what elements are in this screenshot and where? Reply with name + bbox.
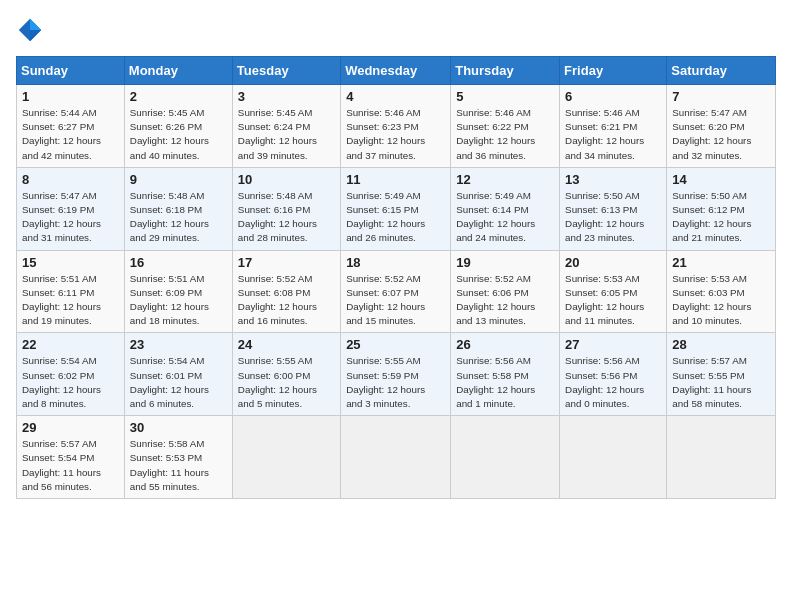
day-detail: Sunrise: 5:48 AM Sunset: 6:18 PM Dayligh… (130, 189, 227, 246)
calendar-cell: 26Sunrise: 5:56 AM Sunset: 5:58 PM Dayli… (451, 333, 560, 416)
calendar-cell: 28Sunrise: 5:57 AM Sunset: 5:55 PM Dayli… (667, 333, 776, 416)
calendar-cell (560, 416, 667, 499)
calendar-cell: 30Sunrise: 5:58 AM Sunset: 5:53 PM Dayli… (124, 416, 232, 499)
calendar-cell: 16Sunrise: 5:51 AM Sunset: 6:09 PM Dayli… (124, 250, 232, 333)
weekday-header: Sunday (17, 57, 125, 85)
day-number: 26 (456, 337, 554, 352)
calendar-cell (451, 416, 560, 499)
calendar-cell: 8Sunrise: 5:47 AM Sunset: 6:19 PM Daylig… (17, 167, 125, 250)
calendar-cell: 25Sunrise: 5:55 AM Sunset: 5:59 PM Dayli… (341, 333, 451, 416)
weekday-header: Wednesday (341, 57, 451, 85)
calendar-cell: 12Sunrise: 5:49 AM Sunset: 6:14 PM Dayli… (451, 167, 560, 250)
day-detail: Sunrise: 5:55 AM Sunset: 6:00 PM Dayligh… (238, 354, 335, 411)
calendar-cell: 6Sunrise: 5:46 AM Sunset: 6:21 PM Daylig… (560, 85, 667, 168)
calendar-week-row: 15Sunrise: 5:51 AM Sunset: 6:11 PM Dayli… (17, 250, 776, 333)
calendar-week-row: 8Sunrise: 5:47 AM Sunset: 6:19 PM Daylig… (17, 167, 776, 250)
calendar-cell: 21Sunrise: 5:53 AM Sunset: 6:03 PM Dayli… (667, 250, 776, 333)
day-detail: Sunrise: 5:57 AM Sunset: 5:54 PM Dayligh… (22, 437, 119, 494)
day-detail: Sunrise: 5:46 AM Sunset: 6:22 PM Dayligh… (456, 106, 554, 163)
weekday-row: SundayMondayTuesdayWednesdayThursdayFrid… (17, 57, 776, 85)
day-detail: Sunrise: 5:55 AM Sunset: 5:59 PM Dayligh… (346, 354, 445, 411)
day-number: 17 (238, 255, 335, 270)
day-number: 11 (346, 172, 445, 187)
day-number: 20 (565, 255, 661, 270)
day-number: 8 (22, 172, 119, 187)
day-detail: Sunrise: 5:47 AM Sunset: 6:20 PM Dayligh… (672, 106, 770, 163)
weekday-header: Tuesday (232, 57, 340, 85)
day-detail: Sunrise: 5:51 AM Sunset: 6:09 PM Dayligh… (130, 272, 227, 329)
calendar-cell: 10Sunrise: 5:48 AM Sunset: 6:16 PM Dayli… (232, 167, 340, 250)
day-detail: Sunrise: 5:54 AM Sunset: 6:01 PM Dayligh… (130, 354, 227, 411)
day-detail: Sunrise: 5:54 AM Sunset: 6:02 PM Dayligh… (22, 354, 119, 411)
day-number: 19 (456, 255, 554, 270)
day-detail: Sunrise: 5:58 AM Sunset: 5:53 PM Dayligh… (130, 437, 227, 494)
day-number: 28 (672, 337, 770, 352)
day-number: 10 (238, 172, 335, 187)
day-detail: Sunrise: 5:46 AM Sunset: 6:23 PM Dayligh… (346, 106, 445, 163)
calendar-cell: 17Sunrise: 5:52 AM Sunset: 6:08 PM Dayli… (232, 250, 340, 333)
day-number: 2 (130, 89, 227, 104)
calendar-cell: 29Sunrise: 5:57 AM Sunset: 5:54 PM Dayli… (17, 416, 125, 499)
calendar-cell: 11Sunrise: 5:49 AM Sunset: 6:15 PM Dayli… (341, 167, 451, 250)
svg-marker-2 (30, 30, 41, 41)
day-detail: Sunrise: 5:53 AM Sunset: 6:03 PM Dayligh… (672, 272, 770, 329)
day-number: 14 (672, 172, 770, 187)
svg-marker-1 (30, 19, 41, 30)
calendar-cell: 27Sunrise: 5:56 AM Sunset: 5:56 PM Dayli… (560, 333, 667, 416)
calendar-cell: 18Sunrise: 5:52 AM Sunset: 6:07 PM Dayli… (341, 250, 451, 333)
calendar-cell: 3Sunrise: 5:45 AM Sunset: 6:24 PM Daylig… (232, 85, 340, 168)
calendar-cell: 13Sunrise: 5:50 AM Sunset: 6:13 PM Dayli… (560, 167, 667, 250)
day-detail: Sunrise: 5:56 AM Sunset: 5:58 PM Dayligh… (456, 354, 554, 411)
day-number: 5 (456, 89, 554, 104)
calendar-cell: 24Sunrise: 5:55 AM Sunset: 6:00 PM Dayli… (232, 333, 340, 416)
calendar-cell: 1Sunrise: 5:44 AM Sunset: 6:27 PM Daylig… (17, 85, 125, 168)
logo (16, 16, 48, 44)
day-number: 21 (672, 255, 770, 270)
weekday-header: Monday (124, 57, 232, 85)
day-number: 4 (346, 89, 445, 104)
calendar-cell (341, 416, 451, 499)
calendar-cell: 2Sunrise: 5:45 AM Sunset: 6:26 PM Daylig… (124, 85, 232, 168)
day-detail: Sunrise: 5:57 AM Sunset: 5:55 PM Dayligh… (672, 354, 770, 411)
calendar-cell: 15Sunrise: 5:51 AM Sunset: 6:11 PM Dayli… (17, 250, 125, 333)
day-number: 15 (22, 255, 119, 270)
day-detail: Sunrise: 5:50 AM Sunset: 6:12 PM Dayligh… (672, 189, 770, 246)
calendar-cell: 19Sunrise: 5:52 AM Sunset: 6:06 PM Dayli… (451, 250, 560, 333)
calendar-table: SundayMondayTuesdayWednesdayThursdayFrid… (16, 56, 776, 499)
calendar-cell: 4Sunrise: 5:46 AM Sunset: 6:23 PM Daylig… (341, 85, 451, 168)
day-number: 18 (346, 255, 445, 270)
day-number: 30 (130, 420, 227, 435)
day-detail: Sunrise: 5:49 AM Sunset: 6:14 PM Dayligh… (456, 189, 554, 246)
logo-icon (16, 16, 44, 44)
calendar-week-row: 29Sunrise: 5:57 AM Sunset: 5:54 PM Dayli… (17, 416, 776, 499)
day-number: 3 (238, 89, 335, 104)
day-number: 24 (238, 337, 335, 352)
day-detail: Sunrise: 5:51 AM Sunset: 6:11 PM Dayligh… (22, 272, 119, 329)
day-number: 22 (22, 337, 119, 352)
day-number: 7 (672, 89, 770, 104)
day-number: 23 (130, 337, 227, 352)
day-detail: Sunrise: 5:45 AM Sunset: 6:24 PM Dayligh… (238, 106, 335, 163)
day-detail: Sunrise: 5:53 AM Sunset: 6:05 PM Dayligh… (565, 272, 661, 329)
day-detail: Sunrise: 5:44 AM Sunset: 6:27 PM Dayligh… (22, 106, 119, 163)
day-number: 16 (130, 255, 227, 270)
page-header (16, 16, 776, 44)
day-detail: Sunrise: 5:49 AM Sunset: 6:15 PM Dayligh… (346, 189, 445, 246)
day-detail: Sunrise: 5:47 AM Sunset: 6:19 PM Dayligh… (22, 189, 119, 246)
weekday-header: Saturday (667, 57, 776, 85)
day-number: 13 (565, 172, 661, 187)
day-detail: Sunrise: 5:50 AM Sunset: 6:13 PM Dayligh… (565, 189, 661, 246)
day-number: 6 (565, 89, 661, 104)
weekday-header: Friday (560, 57, 667, 85)
calendar-cell (667, 416, 776, 499)
calendar-cell: 20Sunrise: 5:53 AM Sunset: 6:05 PM Dayli… (560, 250, 667, 333)
day-detail: Sunrise: 5:52 AM Sunset: 6:07 PM Dayligh… (346, 272, 445, 329)
calendar-week-row: 1Sunrise: 5:44 AM Sunset: 6:27 PM Daylig… (17, 85, 776, 168)
day-detail: Sunrise: 5:48 AM Sunset: 6:16 PM Dayligh… (238, 189, 335, 246)
calendar-cell: 23Sunrise: 5:54 AM Sunset: 6:01 PM Dayli… (124, 333, 232, 416)
calendar-body: 1Sunrise: 5:44 AM Sunset: 6:27 PM Daylig… (17, 85, 776, 499)
day-detail: Sunrise: 5:52 AM Sunset: 6:06 PM Dayligh… (456, 272, 554, 329)
calendar-cell (232, 416, 340, 499)
day-number: 29 (22, 420, 119, 435)
day-number: 9 (130, 172, 227, 187)
